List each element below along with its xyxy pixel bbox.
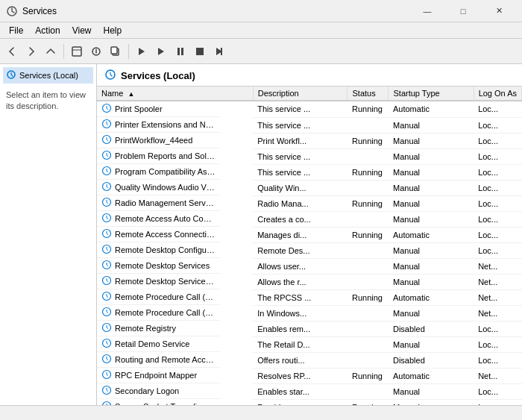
col-name[interactable]: Name ▲ [97, 87, 253, 101]
window-controls[interactable]: — □ ✕ [410, 4, 516, 19]
play2-button[interactable] [152, 43, 170, 60]
table-row[interactable]: Remote Desktop ServicesAllows user...Man… [97, 258, 522, 274]
table-row[interactable]: Retail Demo ServiceThe Retail D...Manual… [97, 336, 522, 352]
table-row[interactable]: Remote Access Auto Conne...Creates a co.… [97, 211, 522, 227]
service-logon-cell: Loc... [474, 164, 521, 180]
table-row[interactable]: Quality Windows Audio Vid...Quality Win.… [97, 180, 522, 195]
service-desc-cell: Provides su... [253, 399, 348, 405]
service-name-cell: Remote Desktop Configurat... [97, 242, 220, 258]
col-startup-type[interactable]: Startup Type [389, 87, 474, 101]
service-desc-cell: The Retail D... [253, 336, 348, 352]
table-row[interactable]: Printer Extensions and Notif...This serv… [97, 117, 522, 133]
maximize-button[interactable]: □ [446, 4, 480, 19]
service-logon-cell: Net... [474, 258, 521, 274]
service-status-cell [348, 258, 389, 274]
back-button[interactable] [3, 43, 21, 60]
copy-button[interactable] [107, 43, 125, 60]
table-row[interactable]: Remote RegistryEnables rem...DisabledLoc… [97, 321, 522, 336]
menu-action[interactable]: Action [29, 22, 66, 38]
app-icon [6, 5, 18, 17]
service-status-cell [348, 383, 389, 399]
service-startup-cell: Manual [389, 242, 474, 258]
table-row[interactable]: RPC Endpoint MapperResolves RP...Running… [97, 368, 522, 383]
col-status[interactable]: Status [348, 87, 389, 101]
service-desc-cell: This service ... [253, 101, 348, 117]
service-status-cell [348, 148, 389, 164]
services-table-container[interactable]: Name ▲ Description Status Startup Type L… [97, 87, 522, 405]
service-icon [101, 197, 112, 209]
table-row[interactable]: Problem Reports and Soluti...This servic… [97, 148, 522, 164]
pause-button[interactable] [172, 43, 189, 60]
restart-button[interactable] [210, 43, 228, 60]
service-logon-cell: Loc... [474, 383, 521, 399]
menu-help[interactable]: Help [98, 22, 128, 38]
service-name: Remote Procedure Call (RP... [115, 308, 216, 317]
table-row[interactable]: Remote Access Connection...Manages di...… [97, 227, 522, 242]
table-row[interactable]: Remote Desktop Services U...Allows the r… [97, 274, 522, 289]
table-row[interactable]: Routing and Remote AccessOffers routi...… [97, 352, 522, 368]
service-name-cell: Problem Reports and Soluti... [97, 148, 220, 164]
col-description[interactable]: Description [253, 87, 348, 101]
service-desc-cell: Remote Des... [253, 242, 348, 258]
separator-1 [63, 44, 64, 59]
service-name-cell: Printer Extensions and Notif... [97, 117, 220, 133]
service-startup-cell: Manual [389, 274, 474, 289]
forward-button[interactable] [22, 43, 40, 60]
status-bar [0, 405, 522, 420]
service-status-cell [348, 336, 389, 352]
table-row[interactable]: Print SpoolerThis service ...RunningAuto… [97, 101, 522, 117]
service-desc-cell: Resolves RP... [253, 368, 348, 383]
table-row[interactable]: PrintWorkflow_44eedPrint Workfl...Runnin… [97, 133, 522, 148]
col-logon[interactable]: Log On As [474, 87, 521, 101]
table-row[interactable]: Radio Management ServiceRadio Mana...Run… [97, 195, 522, 211]
show-hide-button[interactable] [68, 43, 86, 60]
service-status-cell [348, 305, 389, 321]
properties-button[interactable] [87, 43, 105, 60]
service-icon [101, 369, 112, 381]
service-logon-cell: Loc... [474, 352, 521, 368]
menu-view[interactable]: View [66, 22, 98, 38]
table-row[interactable]: Remote Desktop Configurat...Remote Des..… [97, 242, 522, 258]
service-startup-cell: Automatic [389, 368, 474, 383]
service-desc-cell: Allows the r... [253, 274, 348, 289]
service-icon [101, 228, 112, 240]
service-name-cell: Remote Access Connection... [97, 227, 220, 242]
play-button[interactable] [133, 43, 151, 60]
table-row[interactable]: Remote Procedure Call (RP...In Windows..… [97, 305, 522, 321]
service-desc-cell: The RPCSS ... [253, 289, 348, 305]
service-icon [101, 150, 112, 162]
stop-button[interactable] [191, 43, 209, 60]
table-row[interactable]: Secure Socket Tunneling Pr...Provides su… [97, 399, 522, 405]
service-name: Remote Access Auto Conne... [115, 214, 216, 223]
service-startup-cell: Automatic [389, 227, 474, 242]
service-name: Radio Management Service [115, 198, 216, 207]
service-logon-cell: Loc... [474, 195, 521, 211]
up-button[interactable] [42, 43, 60, 60]
service-name-cell: Radio Management Service [97, 195, 220, 211]
service-name-cell: Print Spooler [97, 101, 220, 117]
service-status-cell [348, 242, 389, 258]
service-desc-cell: Enables star... [253, 383, 348, 399]
table-row[interactable]: Program Compatibility Assi...This servic… [97, 164, 522, 180]
service-startup-cell: Manual [389, 399, 474, 405]
table-row[interactable]: Remote Procedure Call (RPC)The RPCSS ...… [97, 289, 522, 305]
service-icon [101, 354, 112, 366]
service-startup-cell: Automatic [389, 101, 474, 117]
table-row[interactable]: Secondary LogonEnables star...ManualLoc.… [97, 383, 522, 399]
svg-rect-4 [111, 47, 117, 54]
service-startup-cell: Manual [389, 195, 474, 211]
close-button[interactable]: ✕ [482, 4, 516, 19]
svg-marker-6 [158, 48, 164, 55]
minimize-button[interactable]: — [410, 4, 444, 19]
service-startup-cell: Manual [389, 258, 474, 274]
service-status-cell: Running [348, 133, 389, 148]
service-startup-cell: Manual [389, 305, 474, 321]
sidebar-item-services-local[interactable]: Services (Local) [3, 67, 93, 84]
menu-file[interactable]: File [3, 22, 29, 38]
service-startup-cell: Manual [389, 383, 474, 399]
separator-2 [128, 44, 129, 59]
content-header-icon [104, 69, 116, 83]
service-icon [101, 213, 112, 225]
service-icon [101, 307, 112, 319]
service-logon-cell: Loc... [474, 101, 521, 117]
